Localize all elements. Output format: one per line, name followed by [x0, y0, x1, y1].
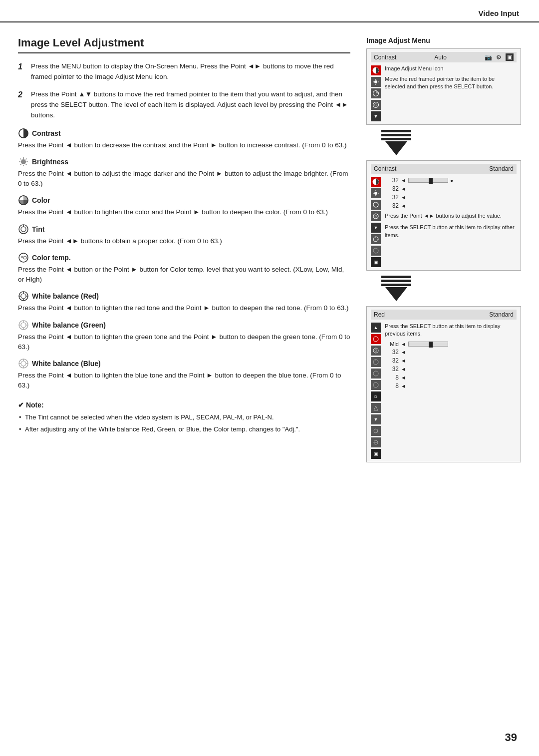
menu-top-right-3: Standard [489, 311, 514, 318]
arrow-triangle-1 [385, 141, 407, 155]
icon-d3-7 [371, 403, 381, 413]
menu-icon-active-box: ▣ [506, 53, 514, 61]
item-brightness-desc: Press the Point ◄ button to adjust the i… [18, 169, 350, 189]
note-item-2: After adjusting any of the White balance… [18, 424, 350, 434]
menu-sidebar-icons-2: ▼ ▣ [371, 177, 381, 267]
header-title: Video Input [479, 9, 519, 17]
item-color-label: Color [32, 196, 50, 204]
icon-d2-1 [371, 177, 381, 187]
menu-diagram-2: Contrast Standard [366, 160, 521, 271]
menu-row-3-3: 32 ◄ [385, 357, 517, 364]
menu-val-3-6: 8 [385, 382, 399, 389]
menu-val-3-3: 32 [385, 357, 399, 364]
diagram3-callout1: Press the SELECT button at this item to … [385, 323, 517, 338]
item-contrast-desc: Press the Point ◄ button to decrease the… [18, 140, 350, 150]
item-tint-label: Tint [32, 225, 44, 233]
svg-point-68 [374, 429, 378, 433]
icon-d3-2 [371, 346, 381, 356]
menu-sidebar-icons-1: ▼ [371, 65, 381, 121]
menu-arrow-3-6: ◄ [401, 383, 406, 389]
arrow-line-1b [381, 134, 411, 136]
menu-top-right-1: Auto [434, 54, 447, 61]
item-wb-blue-desc: Press the Point ◄ button to lighten the … [18, 371, 350, 391]
note-block: ✔ Note: The Tint cannot be selected when… [18, 400, 350, 435]
menu-val-2-2: 32 [385, 185, 399, 192]
menu-top-bar-2: Contrast Standard [371, 164, 517, 174]
item-colortemp: ° Color temp. Press the Point ◄ button o… [18, 252, 350, 285]
right-column: Image Adjust Menu Contrast Auto 📷 ⚙ ▣ [366, 36, 521, 465]
svg-point-67 [373, 382, 378, 387]
icon-d2-6 [371, 234, 381, 244]
svg-point-2 [21, 159, 26, 164]
svg-text:°: ° [21, 255, 23, 261]
arrow-line-1a [381, 130, 411, 132]
item-wb-red-label: White balance (Red) [32, 292, 99, 300]
menu-row-2-3: 32 ◄ [385, 194, 517, 201]
item-tint: Tint Press the Point ◄► buttons to obtai… [18, 224, 350, 246]
icon-d2-5: ▼ [371, 223, 381, 233]
menu-row-3-6: 8 ◄ [385, 382, 517, 389]
menu-val-3-2: 32 [385, 349, 399, 356]
item-wb-blue-header: White balance (Blue) [18, 358, 350, 369]
menu-arrow-3-1: ◄ [401, 341, 406, 347]
arrow-triangle-2 [385, 287, 407, 301]
menu-row-3-5: 8 ◄ [385, 374, 517, 381]
menu-arrow-3-2: ◄ [401, 349, 406, 355]
item-color: Color Press the Point ◄ button to lighte… [18, 195, 350, 217]
icon-d2-2 [371, 188, 381, 198]
wb-blue-icon [18, 358, 29, 369]
menu-arrow-3-3: ◄ [401, 358, 406, 364]
svg-line-9 [26, 158, 27, 159]
svg-point-52 [373, 202, 378, 207]
svg-point-63 [375, 350, 377, 352]
menu-val-2-1: 32 [385, 177, 399, 184]
left-column: Image Level Adjustment 1 Press the MENU … [18, 36, 350, 465]
arrow-down-2 [381, 276, 521, 301]
item-wb-blue: White balance (Blue) Press the Point ◄ b… [18, 358, 350, 391]
item-wb-green: White balance (Green) Press the Point ◄ … [18, 320, 350, 353]
menu-row-3-1: Mid ◄ [385, 341, 517, 347]
icon-d3-1 [371, 334, 381, 344]
menu-arrow-2-4: ◄ [401, 203, 406, 209]
icon-d3-11: ▣ [371, 449, 381, 459]
menu-val-2-3: 32 [385, 194, 399, 201]
arrow-line-1c [381, 138, 411, 140]
menu-top-bar-1: Contrast Auto 📷 ⚙ ▣ [371, 52, 517, 62]
icon-d3-up: ▲ [371, 323, 381, 333]
icon-tint-sidebar [371, 100, 381, 110]
step-num-1: 1 [18, 61, 27, 82]
note-title: ✔ Note: [18, 400, 350, 411]
menu-bullet-2-1: ● [450, 178, 453, 183]
svg-line-10 [20, 164, 21, 165]
icon-contrast-sidebar [371, 65, 381, 75]
svg-line-7 [20, 158, 21, 159]
note-item-1: The Tint cannot be selected when the vid… [18, 412, 350, 422]
step-num-2: 2 [18, 89, 27, 121]
diagram1-callout1: Image Adjust Menu icon [385, 65, 517, 71]
item-wb-green-desc: Press the Point ◄ button to lighten the … [18, 332, 350, 353]
step-2-text: Press the Point ▲▼ buttons to move the r… [31, 89, 350, 121]
menu-arrow-2-3: ◄ [401, 194, 406, 200]
icon-d3-6: D [371, 391, 381, 401]
menu-top-left-1: Contrast [374, 54, 396, 61]
svg-point-54 [375, 215, 377, 217]
menu-top-right-2: Standard [489, 165, 514, 172]
menu-bar-2-1 [408, 178, 448, 183]
item-wb-red-desc: Press the Point ◄ button to lighten the … [18, 303, 350, 313]
step-2: 2 Press the Point ▲▼ buttons to move the… [18, 89, 350, 121]
svg-point-45 [375, 104, 377, 106]
menu-bar-dot-2-1 [429, 178, 433, 184]
tint-icon [18, 224, 29, 235]
icon-d2-7 [371, 246, 381, 256]
icon-d2-3 [371, 200, 381, 210]
contrast-icon [18, 128, 29, 139]
item-brightness-header: Brightness [18, 156, 350, 167]
menu-top-left-3: Red [374, 311, 385, 318]
item-wb-green-label: White balance (Green) [32, 321, 106, 329]
menu-row-2-2: 32 ◄ [385, 185, 517, 192]
item-wb-blue-label: White balance (Blue) [32, 360, 101, 368]
menu-body-1: Image Adjust Menu icon Move the red fram… [385, 65, 517, 91]
item-colortemp-label: Color temp. [32, 254, 71, 262]
icon-d3-8: ▼ [371, 414, 381, 424]
brightness-icon [18, 156, 29, 167]
